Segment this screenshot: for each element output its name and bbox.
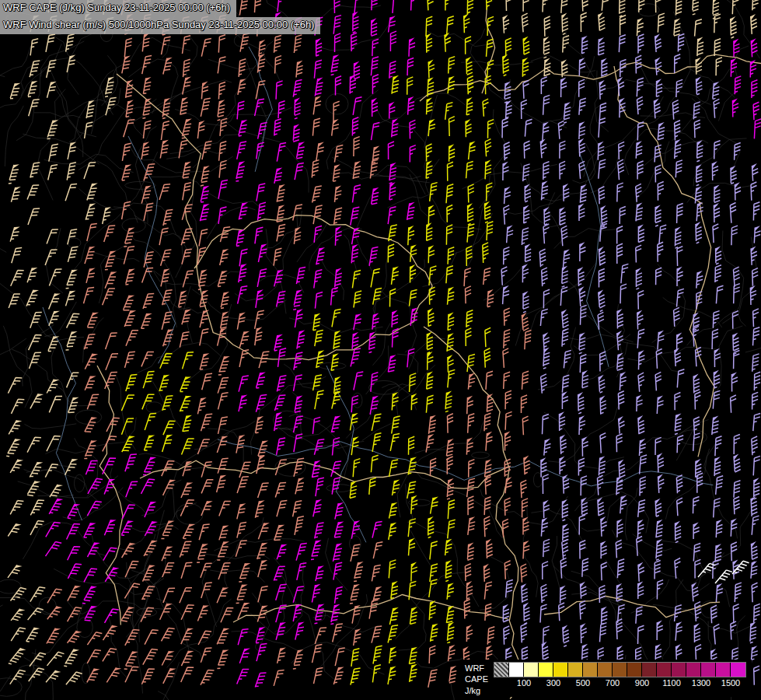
legend-swatch <box>509 663 524 677</box>
legend-swatch <box>539 663 553 677</box>
legend-title-line: CAPE <box>465 674 488 684</box>
legend-tick-label: 1100 <box>662 678 681 688</box>
legend-swatch <box>627 663 642 677</box>
legend-swatch <box>716 663 731 677</box>
title-shear-line: WRF Wind shear (m/s) 500/1000hPa Sunday … <box>0 17 320 34</box>
legend-tick-label: 1300 <box>692 678 710 688</box>
legend-title: WRF CAPE J/kg <box>465 663 488 696</box>
legend-title-line: WRF <box>465 663 488 674</box>
legend-swatch <box>731 663 745 677</box>
legend-tick-label: 900 <box>635 678 649 688</box>
legend-swatch <box>613 663 627 677</box>
legend-scale: 100300500700900110013001500 <box>494 663 745 690</box>
legend-tick-label: 100 <box>517 678 531 688</box>
title-cape-line: WRF CAPE (J/kg) Sunday 23-11-2025 00:00 … <box>0 0 236 17</box>
legend-title-line: J/kg <box>465 685 488 696</box>
legend-swatch <box>642 663 657 677</box>
legend-tick-row: 100300500700900110013001500 <box>494 678 745 690</box>
legend-swatch <box>686 663 701 677</box>
legend-tick-label: 500 <box>576 678 590 688</box>
legend-tick-label: 300 <box>546 678 560 688</box>
cape-legend: WRF CAPE J/kg 10030050070090011001300150… <box>460 660 752 697</box>
weather-map <box>0 0 761 700</box>
legend-swatch <box>657 663 672 677</box>
legend-swatch <box>524 663 539 677</box>
legend-swatch <box>568 663 583 677</box>
legend-color-bar <box>494 663 745 677</box>
legend-swatch <box>583 663 598 677</box>
legend-swatch <box>701 663 716 677</box>
legend-swatch <box>598 663 613 677</box>
wrf-map-page: WRF CAPE (J/kg) Sunday 23-11-2025 00:00 … <box>0 0 761 700</box>
legend-tick-label: 1500 <box>721 678 740 688</box>
legend-tick-label: 700 <box>606 678 620 688</box>
legend-swatch <box>494 663 509 677</box>
title-box: WRF CAPE (J/kg) Sunday 23-11-2025 00:00 … <box>0 0 320 34</box>
legend-swatch <box>672 663 686 677</box>
legend-swatch <box>553 663 568 677</box>
